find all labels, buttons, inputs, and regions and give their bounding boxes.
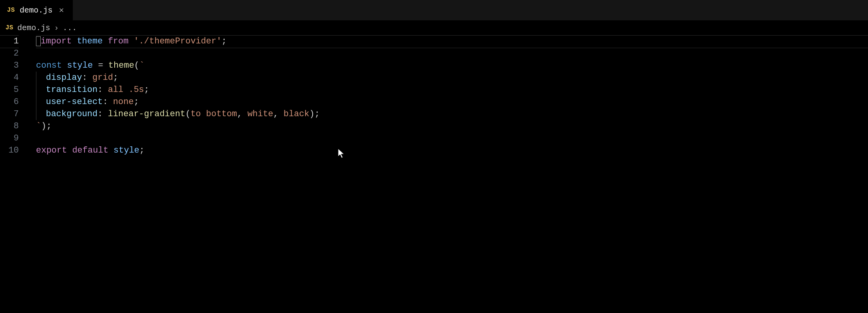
indent-guide <box>36 96 41 108</box>
close-icon[interactable] <box>57 6 66 14</box>
caret-icon <box>36 36 41 46</box>
token: theme <box>108 61 134 70</box>
code-line[interactable]: background: linear-gradient(to bottom, w… <box>36 108 868 120</box>
line-number: 9 <box>0 132 19 144</box>
token: ; <box>113 73 118 83</box>
token: all .5s <box>108 85 144 95</box>
token: display <box>41 73 82 83</box>
line-number: 7 <box>0 108 19 120</box>
token: , <box>237 109 247 119</box>
indent-guide <box>36 108 41 120</box>
line-number: 10 <box>0 144 19 156</box>
editor-tab[interactable]: JS demo.js <box>0 0 73 20</box>
token: ); <box>310 109 320 119</box>
line-number: 5 <box>0 84 19 96</box>
breadcrumb-ellipsis[interactable]: ... <box>63 23 77 32</box>
token: ` <box>36 121 41 131</box>
breadcrumb-filename[interactable]: demo.js <box>17 23 50 32</box>
token: user-select <box>41 97 103 107</box>
js-icon: JS <box>5 24 13 31</box>
code-line[interactable]: import theme from './themeProvider'; <box>36 35 868 47</box>
token: grid <box>92 73 113 83</box>
token: linear-gradient <box>108 109 185 119</box>
token: , <box>273 109 283 119</box>
code-line[interactable]: user-select: none; <box>36 96 868 108</box>
token: to bottom <box>191 109 237 119</box>
line-number: 3 <box>0 59 19 72</box>
token: black <box>284 109 310 119</box>
token: theme <box>77 36 103 46</box>
token: ; <box>222 36 227 46</box>
token: import <box>41 36 77 46</box>
line-gutter: 12345678910 <box>0 35 28 313</box>
indent-guide <box>36 72 41 84</box>
line-number: 4 <box>0 72 19 84</box>
line-number: 2 <box>0 47 19 59</box>
code-line[interactable]: transition: all .5s; <box>36 84 868 96</box>
code-line[interactable]: const style = theme(` <box>36 59 868 72</box>
token: : <box>97 109 108 119</box>
token: none <box>113 97 134 107</box>
code-line[interactable]: export default style; <box>36 144 868 156</box>
code-area[interactable]: import theme from './themeProvider';cons… <box>28 35 868 313</box>
token: transition <box>41 85 97 95</box>
tab-bar: JS demo.js <box>0 0 868 20</box>
code-line[interactable] <box>36 47 868 59</box>
token: ` <box>139 61 144 70</box>
line-number: 1 <box>0 35 19 47</box>
token: : <box>82 73 92 83</box>
token: export default <box>36 146 113 155</box>
token: : <box>97 85 108 95</box>
token: ( <box>185 109 191 119</box>
code-line[interactable]: `); <box>36 120 868 132</box>
token: style <box>67 61 93 70</box>
token: ; <box>134 97 139 107</box>
line-number: 8 <box>0 120 19 132</box>
js-icon: JS <box>7 7 15 14</box>
token: : <box>103 97 113 107</box>
token: ; <box>144 85 149 95</box>
token: ( <box>134 61 139 70</box>
token: ); <box>41 121 51 131</box>
token: const <box>36 61 67 70</box>
token: from <box>103 36 133 46</box>
line-number: 6 <box>0 96 19 108</box>
token: './themeProvider' <box>134 36 222 46</box>
breadcrumb: JS demo.js › ... <box>0 20 868 35</box>
token: white <box>247 109 273 119</box>
token: style <box>113 146 139 155</box>
code-editor[interactable]: 12345678910 import theme from './themePr… <box>0 35 868 313</box>
tab-filename: demo.js <box>20 6 52 15</box>
token: ; <box>139 146 144 155</box>
indent-guide <box>36 84 41 96</box>
token: background <box>41 109 97 119</box>
code-line[interactable]: display: grid; <box>36 72 868 84</box>
token: = <box>93 61 108 70</box>
chevron-right-icon: › <box>54 23 59 32</box>
code-line[interactable] <box>36 132 868 144</box>
